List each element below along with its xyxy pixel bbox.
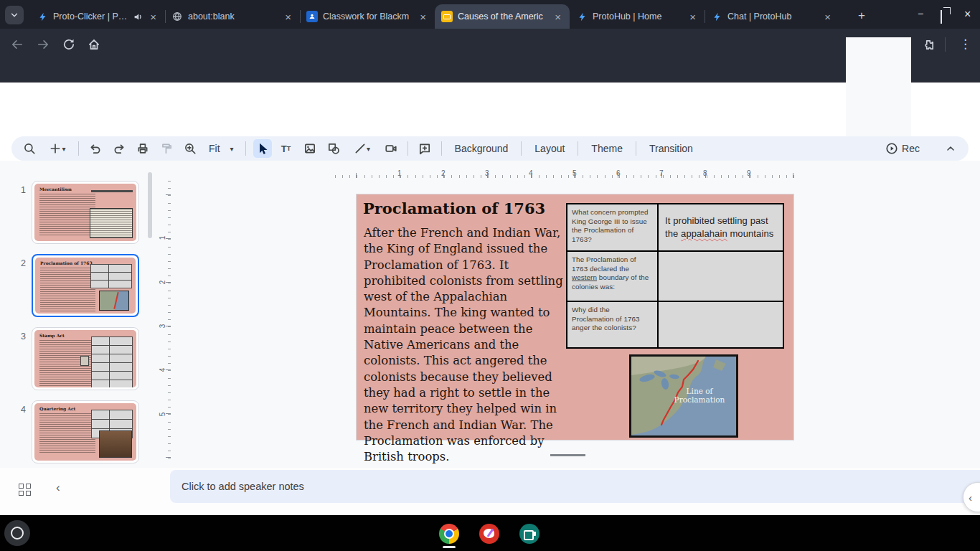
thumb-image [80, 356, 89, 366]
notes-resize-handle[interactable] [550, 454, 585, 456]
launcher-button[interactable] [4, 520, 30, 546]
slide-thumbnail-3[interactable]: Stamp Act [32, 327, 139, 390]
thumb-title: Quartering Act [39, 406, 75, 411]
table-question-3[interactable]: Why did the Proclamation of 1763 anger t… [567, 302, 657, 347]
forward-button[interactable] [35, 37, 51, 52]
lightning-icon [576, 11, 588, 22]
transition-button[interactable]: Transition [644, 143, 699, 154]
audio-speaker-icon[interactable] [133, 12, 143, 22]
thumb-table [91, 336, 133, 387]
ruler-ticks [335, 173, 794, 178]
tab-protohub-home[interactable]: ProtoHub | Home × [570, 4, 705, 29]
thumb-table [91, 190, 133, 192]
reload-button[interactable] [61, 37, 77, 52]
tab-proto-clicker[interactable]: Proto-Clicker | Prot × [30, 4, 165, 29]
tab-close-button[interactable]: × [418, 11, 428, 23]
rec-button[interactable]: Rec [885, 142, 920, 155]
home-button[interactable] [86, 37, 102, 52]
back-button[interactable] [9, 37, 25, 52]
proclamation-map-image[interactable]: Line of Proclamation [629, 354, 738, 438]
tab-strip: Proto-Clicker | Prot × about:blank × Cla… [0, 0, 980, 29]
collapse-filmstrip-icon[interactable]: ‹ [56, 481, 60, 495]
chrome-app-icon[interactable] [439, 524, 459, 544]
window-close-button[interactable]: × [964, 9, 971, 20]
extensions-puzzle-icon[interactable] [920, 37, 936, 52]
insert-shape-button[interactable] [324, 139, 343, 158]
new-tab-button[interactable]: + [858, 9, 865, 22]
thumb-text-lines [40, 268, 95, 312]
globe-icon [171, 11, 183, 22]
tab-title: ProtoHub | Home [593, 11, 682, 22]
thumb-map [99, 291, 129, 311]
tab-close-button[interactable]: × [148, 11, 159, 23]
active-app-indicator [443, 546, 456, 548]
underlined-word: western [572, 273, 597, 281]
window-restore-button[interactable] [941, 11, 942, 24]
tab-title: Causes of the Americ [458, 11, 547, 22]
tab-title: about:blank [188, 11, 278, 22]
canvas-app-icon[interactable] [479, 524, 499, 544]
thumb-table [90, 264, 132, 288]
lightning-icon [711, 11, 722, 22]
text-box-tool[interactable]: TT [277, 139, 296, 158]
theme-button[interactable]: Theme [585, 143, 628, 154]
collapse-toolbar-button[interactable] [941, 139, 960, 158]
table-answer-2[interactable] [659, 252, 783, 301]
zoom-select[interactable]: Fit▾ [204, 143, 238, 154]
thumb-title: Stamp Act [39, 333, 65, 338]
tab-causes-active[interactable]: Causes of the Americ × [435, 4, 570, 29]
window-minimize-button[interactable]: − [918, 9, 923, 19]
screen: Proto-Clicker | Prot × about:blank × Cla… [0, 0, 980, 551]
tab-chat-protohub[interactable]: Chat | ProtoHub × [705, 4, 839, 29]
slide-title[interactable]: Proclamation of 1763 [363, 199, 545, 217]
zoom-button[interactable] [181, 139, 199, 158]
slide-thumbnail-1[interactable]: Mercantilism [32, 181, 139, 244]
grid-view-button[interactable] [19, 484, 31, 496]
tab-title: Proto-Clicker | Prot [53, 11, 128, 22]
slide-number: 1 [14, 185, 26, 195]
thumb-text-lines [39, 194, 95, 237]
insert-line-button[interactable]: ▾ [348, 139, 377, 158]
search-menus-icon[interactable] [20, 139, 39, 158]
misspelled-word: appalahain [681, 228, 727, 239]
map-caption-line2: Proclamation [674, 395, 725, 404]
classroom-icon [306, 11, 318, 22]
slide-canvas[interactable]: Proclamation of 1763 After the French an… [357, 194, 793, 440]
tab-about-blank[interactable]: about:blank × [165, 4, 300, 29]
thumb-text-lines [39, 413, 95, 453]
tab-close-button[interactable]: × [552, 11, 563, 23]
chevron-down-icon [9, 10, 19, 20]
insert-comment-button[interactable] [415, 139, 434, 158]
slide-thumbnail-4[interactable]: Quartering Act [32, 400, 139, 463]
slide-number: 2 [14, 258, 26, 268]
insert-image-button[interactable] [301, 139, 319, 158]
slide-body-text[interactable]: After the French and Indian War, the Kin… [364, 225, 565, 465]
redo-button[interactable] [110, 139, 128, 158]
new-slide-button[interactable]: ▾ [44, 139, 71, 158]
table-answer-3[interactable] [659, 302, 783, 347]
table-answer-1[interactable]: It prohibited settling past the appalaha… [659, 204, 783, 250]
tab-close-button[interactable]: × [822, 11, 833, 23]
question-table[interactable]: What concern prompted King George III to… [566, 203, 784, 349]
slide-thumbnail-2-selected[interactable]: Proclamation of 1763 [32, 254, 139, 317]
undo-button[interactable] [86, 139, 105, 158]
bookmarks-bar: Manor ISD Bookmarks [0, 61, 980, 83]
tab-close-button[interactable]: × [687, 11, 698, 23]
slide-number: 4 [14, 405, 26, 415]
table-question-2[interactable]: The Proclamation of 1763 declared the we… [567, 252, 657, 301]
browser-toolbar: docs.google.com/presentation/d/1Mt7zz-2S… [0, 29, 980, 61]
divider [945, 37, 946, 52]
tab-search-button[interactable] [5, 6, 24, 24]
tab-classwork[interactable]: Classwork for Blackm × [300, 4, 435, 29]
screencast-app-icon[interactable] [519, 524, 540, 544]
tab-close-button[interactable]: × [283, 11, 293, 23]
speaker-notes-input[interactable]: Click to add speaker notes [170, 470, 980, 503]
layout-button[interactable]: Layout [529, 143, 570, 154]
print-button[interactable] [133, 139, 152, 158]
filmstrip-scrollbar[interactable] [148, 172, 152, 238]
insert-video-button[interactable] [382, 139, 400, 158]
browser-menu-button[interactable]: ⋮ [959, 37, 971, 52]
select-tool[interactable] [253, 139, 272, 158]
background-button[interactable]: Background [449, 143, 514, 154]
table-question-1[interactable]: What concern prompted King George III to… [567, 204, 657, 250]
